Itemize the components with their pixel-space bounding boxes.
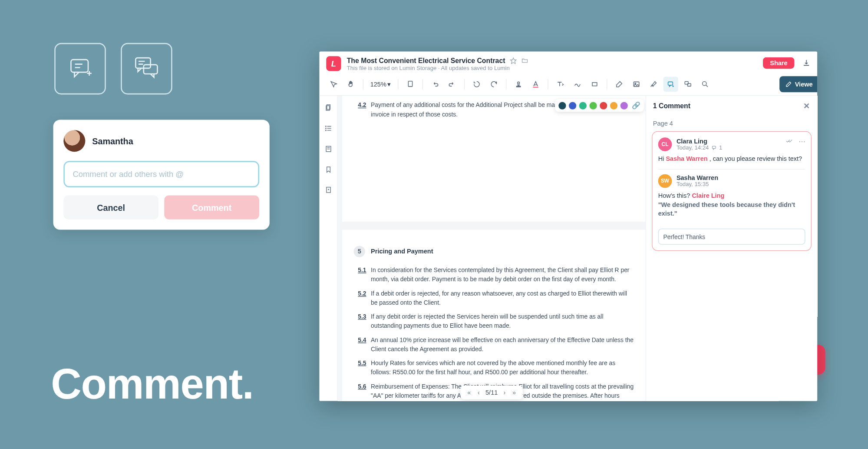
attachments-icon[interactable]	[324, 186, 332, 196]
svg-point-23	[703, 82, 706, 86]
page-navigator: « ‹ 5/11 › »	[460, 386, 523, 399]
collab-tool[interactable]	[680, 77, 695, 92]
document-page-4: 4.2 Payment of any additional costs for …	[342, 96, 646, 222]
image-tool[interactable]	[629, 77, 644, 92]
pencil-icon	[785, 81, 792, 88]
app-logo: L	[326, 56, 341, 71]
more-icon[interactable]: ⋯	[799, 137, 805, 151]
svg-point-30	[325, 126, 326, 127]
svg-rect-18	[668, 82, 673, 85]
link-icon[interactable]: 🔗	[630, 101, 640, 109]
svg-point-11	[518, 82, 520, 84]
thread-time: Today, 14:24 1	[677, 144, 781, 150]
thread-body: Hi Sasha Warren , can you please review …	[658, 155, 805, 163]
left-rail	[319, 96, 337, 401]
document-title: The Most Convenient Electrical Service C…	[347, 57, 811, 64]
color-purple[interactable]	[620, 102, 628, 109]
svg-rect-0	[71, 60, 88, 72]
comments-panel-title: 1 Comment	[653, 102, 690, 110]
pager-first[interactable]: «	[466, 388, 472, 397]
reply-author: Sasha Warren	[677, 174, 805, 181]
pager-last[interactable]: »	[511, 388, 517, 397]
share-button[interactable]: Share	[763, 57, 794, 69]
clause-num: 4.2	[354, 100, 371, 119]
app-header: L The Most Convenient Electrical Service…	[319, 52, 817, 73]
reply-input[interactable]	[658, 228, 805, 244]
document-page-5: 5 Pricing and Payment 5.1In consideratio…	[342, 230, 646, 401]
close-icon[interactable]: ✕	[803, 101, 810, 110]
app-window: L The Most Convenient Electrical Service…	[319, 52, 817, 401]
pages-thumbnails[interactable]	[324, 104, 332, 114]
svg-rect-15	[592, 83, 597, 86]
hero-title: Comment.	[51, 360, 253, 409]
text-color-tool[interactable]	[528, 77, 543, 92]
toolbar: 125% ▾	[319, 73, 817, 96]
comments-panel: 1 Comment ✕ Page 4 CL Clara Ling Today, …	[646, 96, 817, 401]
comment-create-card: Samantha Cancel Comment	[53, 120, 270, 229]
resolve-icon[interactable]	[786, 137, 794, 151]
zoom-level[interactable]: 125% ▾	[368, 80, 393, 88]
undo-button[interactable]	[428, 77, 442, 92]
svg-point-32	[325, 130, 326, 131]
bookmark-rail-icon[interactable]	[324, 166, 332, 176]
thread-author: Clara Ling	[677, 137, 781, 144]
comment-threads-box	[121, 43, 172, 95]
color-orange[interactable]	[610, 102, 617, 109]
color-red[interactable]	[600, 102, 607, 109]
svg-rect-16	[634, 82, 639, 86]
storage-status: This file is stored on Lumin Storage · A…	[347, 64, 811, 70]
shape-tool[interactable]	[587, 77, 602, 92]
comments-page-label: Page 4	[652, 115, 812, 131]
comment-input[interactable]	[63, 161, 259, 187]
comment-thread[interactable]: CL Clara Ling Today, 14:24 1 ⋯	[652, 131, 812, 251]
sign-tool[interactable]	[646, 77, 661, 92]
outline-icon[interactable]	[324, 124, 332, 135]
new-comment-icon	[68, 56, 93, 81]
document-area: 🔗 4.2 Payment of any additional costs fo…	[338, 96, 646, 401]
thread-reply: SW Sasha Warren Today, 15:35 How's this?…	[658, 169, 805, 244]
download-icon[interactable]	[802, 59, 810, 67]
reply-time: Today, 15:35	[677, 181, 805, 187]
reply-avatar-sw: SW	[658, 174, 672, 188]
star-icon[interactable]	[510, 57, 517, 64]
thread-avatar-cl: CL	[658, 137, 672, 151]
select-tool[interactable]	[326, 77, 341, 92]
svg-rect-37	[712, 146, 716, 148]
pager-next[interactable]: ›	[502, 388, 507, 397]
color-picker-popover: 🔗	[555, 99, 644, 112]
comment-button[interactable]: Comment	[164, 195, 259, 219]
svg-rect-10	[409, 81, 413, 86]
cancel-button[interactable]: Cancel	[63, 195, 158, 219]
page-tool[interactable]	[403, 77, 418, 92]
pan-tool[interactable]	[343, 77, 358, 92]
highlight-tool[interactable]	[612, 77, 627, 92]
svg-line-24	[706, 85, 708, 87]
freehand-tool[interactable]	[570, 77, 585, 92]
comment-tool[interactable]	[663, 77, 678, 92]
svg-point-31	[325, 128, 326, 129]
pager-prev[interactable]: ‹	[476, 388, 481, 397]
stamp-tool[interactable]	[511, 77, 526, 92]
text-tool[interactable]	[553, 77, 568, 92]
section-title: Pricing and Payment	[371, 246, 433, 256]
rotate-right[interactable]	[486, 77, 501, 92]
new-comment-box	[54, 43, 106, 95]
view-mode-button[interactable]: Viewe	[779, 76, 817, 92]
folder-icon[interactable]	[521, 57, 528, 64]
rotate-left[interactable]	[469, 77, 484, 92]
search-tool[interactable]	[698, 77, 713, 92]
redo-button[interactable]	[445, 77, 459, 92]
color-dark-teal[interactable]	[558, 102, 566, 109]
annotations-icon[interactable]	[324, 145, 332, 155]
color-teal[interactable]	[579, 102, 587, 109]
color-green[interactable]	[590, 102, 597, 109]
section-number: 5	[354, 246, 365, 257]
author-name: Samantha	[92, 136, 133, 146]
author-avatar	[63, 130, 85, 152]
pager-current: 5/11	[485, 389, 498, 396]
svg-marker-9	[510, 57, 516, 63]
comment-threads-icon	[132, 54, 161, 83]
color-blue[interactable]	[569, 102, 576, 109]
